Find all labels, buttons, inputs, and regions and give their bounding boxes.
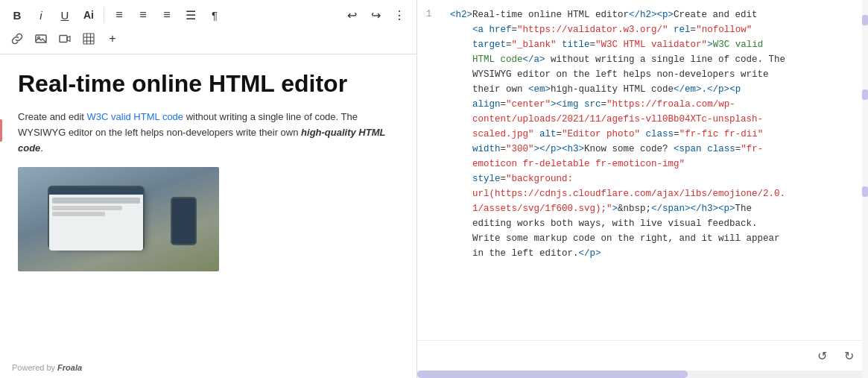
image-button[interactable] xyxy=(30,28,52,49)
line-number-1: 1 xyxy=(426,7,438,261)
editor-heading: Real-time online HTML editor xyxy=(18,69,399,98)
underline-button[interactable]: U xyxy=(54,4,76,25)
align-left-button[interactable]: ≡ xyxy=(108,4,130,25)
code-redo-button[interactable]: ↻ xyxy=(838,345,859,366)
table-button[interactable] xyxy=(77,28,100,49)
code-undo-button[interactable]: ↺ xyxy=(811,345,832,366)
code-scroll-thumb-2 xyxy=(862,89,868,100)
w3c-link[interactable]: W3C valid HTML code xyxy=(87,111,184,122)
editor-body-text: Create and edit W3C valid HTML code with… xyxy=(18,110,399,156)
align-center-button[interactable]: ≡ xyxy=(132,4,154,25)
redo-button[interactable]: ↪ xyxy=(364,4,387,25)
link-icon xyxy=(11,33,23,45)
align-justify-button[interactable]: ≡ xyxy=(156,4,178,25)
code-editor-panel: 1 <h2>Real-time online HTML editor</h2><… xyxy=(417,0,868,378)
italic-button[interactable]: i xyxy=(30,4,52,25)
editor-image xyxy=(18,167,219,271)
code-scroll-thumb-1 xyxy=(862,15,868,25)
froala-brand: Froala xyxy=(57,363,82,372)
editor-toolbar: B i U Ai ≡ ≡ ≡ ☰ ¶ ↩ ↪ ⋮ xyxy=(0,0,416,54)
code-scroll-thumb-3 xyxy=(862,186,868,197)
insert-button[interactable]: + xyxy=(101,28,124,49)
code-horizontal-scroll-thumb xyxy=(417,371,688,378)
powered-by-label: Powered by xyxy=(12,363,55,372)
code-line-1: 1 <h2>Real-time online HTML editor</h2><… xyxy=(426,7,853,261)
code-bottom-bar: ↺ ↻ xyxy=(417,340,868,371)
powered-by-footer: Powered by Froala xyxy=(0,359,416,378)
undo-button[interactable]: ↩ xyxy=(340,4,363,25)
code-scrollbar-track[interactable] xyxy=(862,0,868,378)
toolbar-divider-1 xyxy=(104,7,104,22)
bold-button[interactable]: B xyxy=(6,4,28,25)
svg-rect-3 xyxy=(83,34,94,44)
code-content-1: <h2>Real-time online HTML editor</h2><p>… xyxy=(450,7,853,261)
svg-rect-2 xyxy=(60,36,67,42)
code-editor-area[interactable]: 1 <h2>Real-time online HTML editor</h2><… xyxy=(417,0,868,340)
more-options-button[interactable]: ⋮ xyxy=(388,4,411,25)
wysiwyg-editor-panel: B i U Ai ≡ ≡ ≡ ☰ ¶ ↩ ↪ ⋮ xyxy=(0,0,417,378)
video-icon xyxy=(59,33,71,45)
link-button[interactable] xyxy=(6,28,28,49)
editor-content-area[interactable]: Real-time online HTML editor Create and … xyxy=(0,54,416,359)
toolbar-row-2: + xyxy=(6,28,411,49)
toolbar-row-1: B i U Ai ≡ ≡ ≡ ☰ ¶ ↩ ↪ ⋮ xyxy=(6,4,411,25)
code-horizontal-scrollbar[interactable] xyxy=(417,371,868,378)
paragraph-button[interactable]: ¶ xyxy=(203,4,226,25)
image-icon xyxy=(35,33,47,45)
table-icon xyxy=(83,33,95,45)
video-button[interactable] xyxy=(54,28,76,49)
list-button[interactable]: ☰ xyxy=(180,4,202,25)
font-size-button[interactable]: Ai xyxy=(77,4,100,25)
